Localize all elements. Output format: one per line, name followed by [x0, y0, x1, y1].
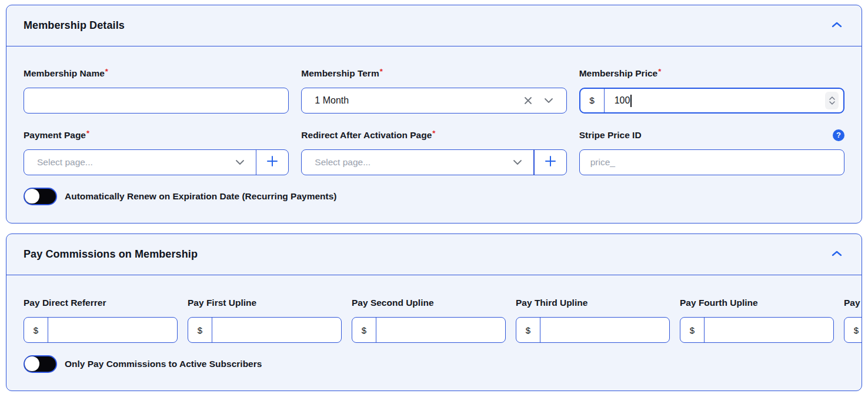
- pay-second-upline-input[interactable]: [376, 318, 505, 342]
- pay-commissions-header: Pay Commissions on Membership: [6, 234, 862, 275]
- add-page-button[interactable]: [535, 150, 566, 175]
- redirect-page-placeholder: Select page...: [315, 157, 513, 168]
- collapse-panel-button[interactable]: [829, 19, 844, 32]
- pay-commissions-panel: Pay Commissions on Membership Pay Direct…: [6, 233, 862, 391]
- membership-price-value[interactable]: 100: [615, 95, 630, 106]
- required-asterisk: *: [105, 67, 108, 76]
- membership-term-select[interactable]: 1 Month: [301, 88, 566, 114]
- currency-prefix: $: [844, 318, 862, 342]
- payment-page-field: Payment Page* Select page...: [24, 129, 289, 175]
- membership-name-field: Membership Name*: [24, 68, 289, 114]
- active-subscribers-toggle[interactable]: [24, 355, 57, 373]
- payment-page-combo: Select page...: [24, 149, 289, 175]
- membership-details-title: Membership Details: [24, 19, 125, 32]
- chevron-down-icon: [513, 157, 522, 168]
- chevron-down-icon[interactable]: [544, 98, 553, 104]
- stripe-price-id-field: Stripe Price ID ?: [579, 129, 844, 175]
- pay-fifth-upline-label: Pay Fifth Upline: [844, 297, 862, 308]
- pay-second-upline-label: Pay Second Upline: [352, 297, 434, 308]
- pay-fourth-upline-field: Pay Fourth Upline $: [680, 297, 834, 343]
- pay-third-upline-input[interactable]: [540, 318, 669, 342]
- membership-name-label: Membership Name*: [24, 68, 108, 79]
- help-icon[interactable]: ?: [833, 129, 844, 141]
- pay-commissions-body: Pay Direct Referrer $ Pay First Upline $…: [6, 275, 862, 391]
- pay-first-upline-input[interactable]: [212, 318, 341, 342]
- redirect-page-combo: Select page...: [301, 149, 566, 175]
- required-asterisk: *: [86, 129, 89, 138]
- required-asterisk: *: [380, 67, 383, 76]
- currency-prefix: $: [188, 318, 212, 342]
- pay-direct-referrer-label: Pay Direct Referrer: [24, 297, 106, 308]
- payment-page-select[interactable]: Select page...: [24, 150, 256, 175]
- membership-name-input[interactable]: [24, 88, 288, 113]
- pay-direct-referrer-input[interactable]: [48, 318, 177, 342]
- pay-commissions-title: Pay Commissions on Membership: [24, 248, 198, 261]
- membership-term-value: 1 Month: [315, 95, 512, 106]
- stripe-price-id-input[interactable]: [580, 150, 844, 175]
- membership-details-body: Membership Name* Membership Term* 1 Mont…: [6, 46, 862, 223]
- membership-details-header: Membership Details: [6, 5, 862, 46]
- renew-toggle[interactable]: [24, 188, 57, 205]
- pay-fourth-upline-label: Pay Fourth Upline: [680, 297, 758, 308]
- pay-fourth-upline-input[interactable]: [705, 318, 833, 342]
- pay-third-upline-field: Pay Third Upline $: [516, 297, 670, 343]
- add-page-button[interactable]: [256, 150, 288, 175]
- chevron-up-icon: [832, 21, 842, 30]
- clear-selection-icon[interactable]: [523, 96, 533, 105]
- toggle-knob: [25, 356, 39, 371]
- collapse-panel-button[interactable]: [829, 248, 844, 261]
- currency-prefix: $: [352, 318, 376, 342]
- pay-fifth-upline-field: Pay Fifth Upline $: [844, 297, 862, 343]
- membership-term-label: Membership Term*: [301, 68, 382, 79]
- redirect-page-select[interactable]: Select page...: [302, 150, 533, 175]
- chevron-up-icon: [832, 250, 842, 259]
- price-stepper[interactable]: [825, 92, 839, 109]
- currency-prefix: $: [516, 318, 540, 342]
- stripe-price-id-label: Stripe Price ID: [579, 129, 642, 141]
- active-subscribers-toggle-row: Only Pay Commissions to Active Subscribe…: [24, 355, 844, 373]
- required-asterisk: *: [658, 67, 661, 76]
- payment-page-label: Payment Page*: [24, 129, 89, 141]
- redirect-page-label: Redirect After Activation Page*: [301, 129, 435, 141]
- currency-prefix: $: [24, 318, 48, 342]
- membership-details-panel: Membership Details Membership Name* Memb…: [6, 5, 862, 223]
- currency-prefix: $: [680, 318, 705, 342]
- pay-third-upline-label: Pay Third Upline: [516, 297, 587, 308]
- pay-second-upline-field: Pay Second Upline $: [352, 297, 506, 343]
- membership-term-field: Membership Term* 1 Month: [301, 68, 566, 114]
- pay-first-upline-label: Pay First Upline: [188, 297, 256, 308]
- renew-toggle-label: Automatically Renew on Expiration Date (…: [65, 191, 337, 202]
- membership-price-label: Membership Price*: [579, 68, 662, 79]
- membership-price-field: Membership Price* $ 100: [579, 68, 844, 114]
- plus-icon: [266, 155, 279, 170]
- plus-icon: [544, 155, 557, 170]
- chevron-down-icon: [235, 157, 245, 168]
- membership-price-input[interactable]: $ 100: [579, 88, 844, 114]
- active-subscribers-toggle-label: Only Pay Commissions to Active Subscribe…: [65, 359, 262, 369]
- required-asterisk: *: [432, 129, 435, 138]
- text-cursor: [630, 95, 632, 107]
- currency-prefix: $: [580, 89, 605, 112]
- payment-page-placeholder: Select page...: [37, 157, 235, 168]
- renew-toggle-row: Automatically Renew on Expiration Date (…: [24, 188, 844, 205]
- pay-direct-referrer-field: Pay Direct Referrer $: [24, 297, 178, 343]
- toggle-knob: [25, 189, 39, 203]
- redirect-page-field: Redirect After Activation Page* Select p…: [301, 129, 566, 175]
- pay-first-upline-field: Pay First Upline $: [188, 297, 342, 343]
